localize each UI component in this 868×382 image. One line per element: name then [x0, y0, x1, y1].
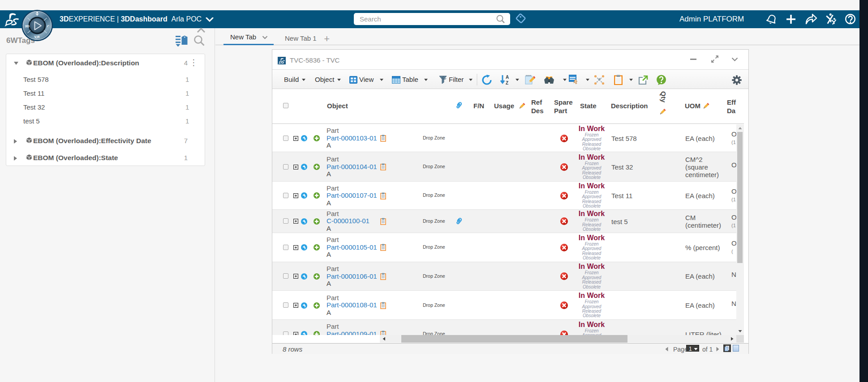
- svg-text:3D: 3D: [25, 24, 30, 28]
- svg-text:A: A: [506, 75, 509, 80]
- svg-text:Z: Z: [506, 81, 508, 85]
- svg-text:V,R: V,R: [34, 35, 40, 39]
